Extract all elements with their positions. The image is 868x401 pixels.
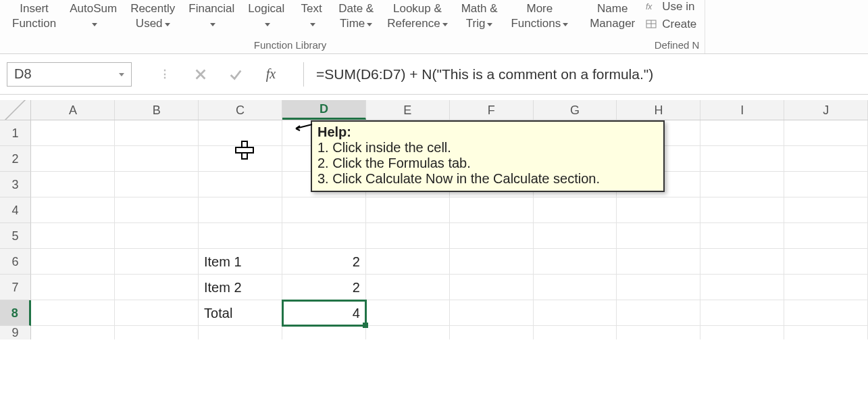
cell-I3[interactable] (700, 172, 784, 197)
logical-button[interactable]: Logical (241, 0, 291, 31)
cell-B8[interactable] (115, 300, 199, 326)
cell-C4[interactable] (199, 197, 282, 223)
name-manager-button[interactable]: Name Manager (583, 0, 642, 31)
enter-formula-button[interactable] (218, 62, 253, 87)
cell-G8[interactable] (534, 300, 617, 326)
row-header-6[interactable]: 6 (0, 249, 31, 275)
cell-I1[interactable] (700, 120, 784, 146)
cell-A7[interactable] (31, 275, 115, 300)
more-functions-button[interactable]: More Functions (504, 0, 575, 31)
column-header-C[interactable]: C (199, 100, 282, 120)
cell-I5[interactable] (700, 223, 784, 249)
column-header-B[interactable]: B (115, 100, 199, 120)
cell-G7[interactable] (534, 275, 617, 300)
cell-F8[interactable] (450, 300, 534, 326)
column-header-I[interactable]: I (700, 100, 784, 120)
cell-C8[interactable]: Total (199, 300, 282, 326)
cell-I8[interactable] (700, 300, 784, 326)
autosum-button[interactable]: AutoSum (63, 0, 124, 31)
cell-B6[interactable] (115, 249, 199, 275)
cell-D8[interactable]: 4 (282, 300, 366, 326)
cell-D5[interactable] (282, 223, 366, 249)
column-header-F[interactable]: F (450, 100, 534, 120)
cell-E9[interactable] (366, 326, 450, 339)
row-header-1[interactable]: 1 (0, 120, 31, 146)
name-box[interactable]: D8 (7, 62, 132, 87)
cell-A2[interactable] (31, 146, 115, 172)
row-header-3[interactable]: 3 (0, 172, 31, 197)
cell-I6[interactable] (700, 249, 784, 275)
expand-formula-bar-button[interactable]: ⋮ (148, 62, 183, 87)
cell-I9[interactable] (700, 326, 784, 339)
math-trig-button[interactable]: Math & Trig (455, 0, 505, 31)
cell-C9[interactable] (199, 326, 282, 339)
cell-B2[interactable] (115, 146, 199, 172)
cell-A4[interactable] (31, 197, 115, 223)
cell-B9[interactable] (115, 326, 199, 339)
cell-A8[interactable] (31, 300, 115, 326)
cell-J8[interactable] (784, 300, 868, 326)
column-header-J[interactable]: J (784, 100, 868, 120)
row-header-4[interactable]: 4 (0, 197, 31, 223)
row-header-7[interactable]: 7 (0, 275, 31, 300)
row-header-9[interactable]: 9 (0, 326, 31, 339)
cell-J5[interactable] (784, 223, 868, 249)
cancel-formula-button[interactable] (183, 62, 218, 87)
cell-H6[interactable] (617, 249, 700, 275)
cell-F5[interactable] (450, 223, 534, 249)
cell-A5[interactable] (31, 223, 115, 249)
fill-handle[interactable] (363, 323, 368, 328)
cell-E5[interactable] (366, 223, 450, 249)
cell-G5[interactable] (534, 223, 617, 249)
cell-J6[interactable] (784, 249, 868, 275)
cell-B3[interactable] (115, 172, 199, 197)
cell-J7[interactable] (784, 275, 868, 300)
cell-B4[interactable] (115, 197, 199, 223)
create-from-selection-button[interactable]: Create (646, 18, 696, 31)
column-header-A[interactable]: A (31, 100, 115, 120)
cell-I2[interactable] (700, 146, 784, 172)
cell-F4[interactable] (450, 197, 534, 223)
cell-A1[interactable] (31, 120, 115, 146)
cell-B5[interactable] (115, 223, 199, 249)
cell-H5[interactable] (617, 223, 700, 249)
cell-J3[interactable] (784, 172, 868, 197)
cell-E7[interactable] (366, 275, 450, 300)
row-header-8[interactable]: 8 (0, 300, 31, 326)
cell-H4[interactable] (617, 197, 700, 223)
cell-H9[interactable] (617, 326, 700, 339)
date-time-button[interactable]: Date & Time (332, 0, 380, 31)
financial-button[interactable]: Financial (182, 0, 241, 31)
cell-A9[interactable] (31, 326, 115, 339)
row-header-5[interactable]: 5 (0, 223, 31, 249)
insert-function-fx-button[interactable]: fx (253, 62, 288, 87)
recently-used-button[interactable]: Recently Used (124, 0, 182, 31)
column-header-G[interactable]: G (534, 100, 617, 120)
cell-D6[interactable]: 2 (282, 249, 366, 275)
cell-B7[interactable] (115, 275, 199, 300)
cell-E4[interactable] (366, 197, 450, 223)
cell-E8[interactable] (366, 300, 450, 326)
cell-C3[interactable] (199, 172, 282, 197)
cell-A3[interactable] (31, 172, 115, 197)
cell-C7[interactable]: Item 2 (199, 275, 282, 300)
cell-F6[interactable] (450, 249, 534, 275)
cell-H7[interactable] (617, 275, 700, 300)
cell-B1[interactable] (115, 120, 199, 146)
cell-D4[interactable] (282, 197, 366, 223)
cell-J4[interactable] (784, 197, 868, 223)
formula-input[interactable]: =SUM(D6:D7) + N("This is a comment on a … (303, 62, 868, 87)
cell-J9[interactable] (784, 326, 868, 339)
cell-C5[interactable] (199, 223, 282, 249)
cell-J2[interactable] (784, 146, 868, 172)
cell-F9[interactable] (450, 326, 534, 339)
use-in-formula-button[interactable]: fx Use in (646, 0, 696, 14)
column-header-D[interactable]: D (282, 100, 366, 120)
cell-I4[interactable] (700, 197, 784, 223)
cell-D7[interactable]: 2 (282, 275, 366, 300)
insert-function-button[interactable]: Insert Function (5, 0, 63, 31)
lookup-reference-button[interactable]: Lookup & Reference (380, 0, 454, 31)
text-button[interactable]: Text (291, 0, 332, 31)
cell-E6[interactable] (366, 249, 450, 275)
row-header-2[interactable]: 2 (0, 146, 31, 172)
